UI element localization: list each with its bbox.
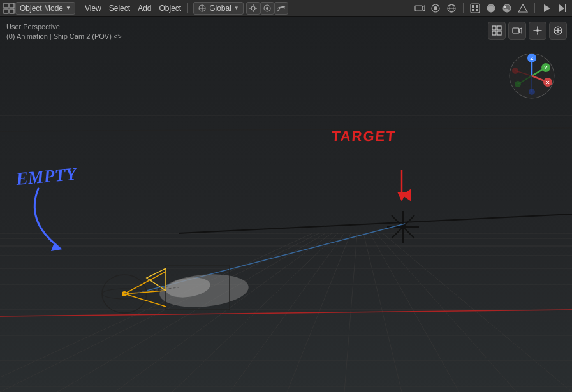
svg-point-7 bbox=[251, 6, 255, 10]
play-button[interactable] bbox=[539, 2, 554, 15]
render-icon[interactable] bbox=[429, 2, 443, 15]
viewport-grid-icon[interactable] bbox=[488, 22, 506, 40]
transform-label: Global bbox=[209, 4, 231, 13]
svg-point-28 bbox=[504, 6, 506, 8]
snap-button[interactable] bbox=[246, 2, 260, 15]
svg-rect-22 bbox=[472, 5, 474, 8]
svg-rect-14 bbox=[415, 6, 422, 11]
svg-rect-31 bbox=[565, 4, 566, 12]
curve-icon bbox=[277, 4, 286, 13]
separator-2 bbox=[187, 3, 188, 13]
svg-marker-30 bbox=[559, 4, 564, 12]
snap-icon bbox=[249, 4, 258, 13]
viewport-material-icon[interactable] bbox=[484, 2, 498, 15]
transform-orientation[interactable]: Global ▼ bbox=[193, 2, 244, 15]
editor-type-icon[interactable] bbox=[3, 2, 15, 15]
separator-1 bbox=[78, 3, 78, 13]
right-icon-group bbox=[413, 2, 569, 15]
svg-text:Z: Z bbox=[531, 55, 534, 61]
svg-point-85 bbox=[536, 29, 539, 32]
viewport-render-icon[interactable] bbox=[500, 2, 514, 15]
svg-rect-24 bbox=[472, 9, 474, 11]
skip-forward-icon[interactable] bbox=[555, 2, 569, 15]
svg-rect-33 bbox=[0, 17, 572, 392]
select-menu[interactable]: Select bbox=[105, 3, 134, 14]
proportional-edit-button[interactable] bbox=[260, 2, 274, 15]
svg-rect-25 bbox=[476, 9, 478, 11]
camera-icon[interactable] bbox=[413, 2, 427, 15]
svg-marker-15 bbox=[422, 6, 425, 11]
separator-right bbox=[463, 3, 464, 13]
object-menu[interactable]: Object bbox=[155, 3, 185, 14]
svg-rect-82 bbox=[497, 31, 501, 35]
svg-marker-29 bbox=[544, 4, 550, 12]
svg-rect-0 bbox=[4, 3, 8, 8]
svg-rect-79 bbox=[492, 26, 496, 30]
svg-point-104 bbox=[512, 68, 518, 74]
separator-right2 bbox=[534, 3, 535, 13]
svg-point-102 bbox=[515, 81, 521, 87]
viewport-solid-icon[interactable] bbox=[468, 2, 482, 15]
viewport-camera-view-icon[interactable] bbox=[508, 22, 526, 40]
proportional-icon bbox=[263, 4, 272, 13]
svg-rect-23 bbox=[476, 5, 478, 8]
svg-rect-2 bbox=[4, 9, 8, 13]
svg-rect-3 bbox=[10, 9, 14, 13]
viewport-pan-icon[interactable] bbox=[529, 22, 546, 40]
menu-bar: Object Mode ▼ View Select Add Object Glo… bbox=[0, 0, 572, 17]
transform-arrow: ▼ bbox=[234, 5, 239, 11]
object-mode-dropdown[interactable]: Object Mode ▼ bbox=[15, 2, 75, 15]
svg-point-100 bbox=[529, 89, 535, 95]
viewport-add-icon[interactable] bbox=[549, 22, 567, 40]
svg-rect-1 bbox=[10, 3, 14, 8]
viewport-icon-row-1 bbox=[488, 22, 567, 40]
svg-rect-81 bbox=[492, 31, 496, 35]
viewport-3d[interactable]: User Perspective (0) Animation | Ship Ca… bbox=[0, 17, 572, 392]
viewport-background bbox=[0, 17, 572, 392]
mode-dropdown-arrow: ▼ bbox=[66, 5, 71, 11]
view-menu[interactable]: View bbox=[81, 3, 105, 14]
svg-point-13 bbox=[266, 7, 268, 10]
orientation-icon bbox=[198, 4, 207, 13]
object-mode-label: Object Mode bbox=[20, 4, 63, 13]
add-menu[interactable]: Add bbox=[134, 3, 155, 14]
svg-rect-83 bbox=[513, 28, 519, 33]
curve-button[interactable] bbox=[274, 2, 288, 15]
viewport-overlay-icons: Z Y X bbox=[488, 22, 567, 40]
svg-text:X: X bbox=[546, 80, 550, 85]
svg-text:Y: Y bbox=[544, 65, 548, 71]
svg-point-17 bbox=[434, 6, 437, 10]
shading-extra-icon[interactable] bbox=[516, 2, 530, 15]
navigation-gizmo[interactable]: Z Y X bbox=[506, 50, 557, 101]
world-icon[interactable] bbox=[444, 2, 458, 15]
svg-rect-80 bbox=[497, 26, 501, 30]
